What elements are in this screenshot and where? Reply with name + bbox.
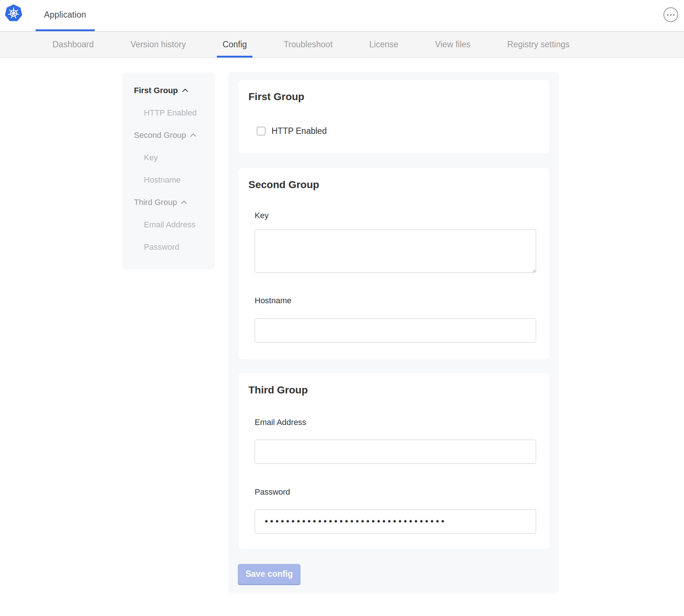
password-field-label: Password xyxy=(255,487,290,497)
sidebar-item-label: Email Address xyxy=(144,220,196,230)
config-group-card-first: First Group HTTP Enabled xyxy=(239,80,549,153)
config-group-card-second: Second Group Key Hostname xyxy=(239,168,549,359)
nav-tab-license[interactable]: License xyxy=(364,32,404,58)
sidebar-item-hostname[interactable]: Hostname xyxy=(122,169,215,191)
http-enabled-checkbox[interactable] xyxy=(257,127,265,135)
nav-tab-troubleshoot[interactable]: Troubleshoot xyxy=(278,32,338,58)
tab-application[interactable]: Application xyxy=(36,0,95,31)
sidebar-group-label: Third Group xyxy=(134,198,177,207)
nav-tab-config[interactable]: Config xyxy=(217,32,252,58)
app-header: Application ••• xyxy=(0,0,684,31)
sidebar-item-http-enabled[interactable]: HTTP Enabled xyxy=(122,102,215,124)
email-address-field-label: Email Address xyxy=(255,418,306,427)
more-menu-button[interactable]: ••• xyxy=(663,7,678,22)
password-input[interactable] xyxy=(255,509,536,534)
group-title-third: Third Group xyxy=(248,384,308,396)
group-title-second: Second Group xyxy=(248,179,319,191)
group-title-first: First Group xyxy=(248,91,304,103)
sidebar-group-first-group[interactable]: First Group xyxy=(122,79,215,102)
kubernetes-logo-icon xyxy=(4,4,23,22)
config-group-card-third: Third Group Email Address Password xyxy=(239,373,549,549)
email-address-input[interactable] xyxy=(255,440,536,464)
sidebar-group-label: Second Group xyxy=(134,131,186,140)
key-textarea[interactable] xyxy=(255,230,536,273)
sidebar-item-label: Key xyxy=(144,153,158,162)
nav-tab-version-history[interactable]: Version history xyxy=(125,32,192,58)
save-config-button[interactable]: Save config xyxy=(238,564,301,584)
http-enabled-checkbox-label: HTTP Enabled xyxy=(272,126,327,136)
hostname-input[interactable] xyxy=(255,318,536,342)
hostname-field-label: Hostname xyxy=(255,296,291,305)
sidebar-item-label: Hostname xyxy=(144,175,181,185)
key-field-label: Key xyxy=(255,211,269,220)
sidebar-group-second-group[interactable]: Second Group xyxy=(122,124,215,146)
sidebar-item-password[interactable]: Password xyxy=(122,236,215,258)
sidebar-item-key[interactable]: Key xyxy=(122,146,215,169)
chevron-up-icon xyxy=(190,133,196,139)
config-page-content: First Group HTTP Enabled Second Group Ke… xyxy=(0,58,684,616)
nav-tab-view-files[interactable]: View files xyxy=(430,32,476,58)
nav-tab-dashboard[interactable]: Dashboard xyxy=(47,32,99,58)
http-enabled-checkbox-row[interactable]: HTTP Enabled xyxy=(257,126,327,136)
ellipsis-icon: ••• xyxy=(666,12,676,18)
chevron-up-icon xyxy=(182,89,188,95)
sidebar-item-label: HTTP Enabled xyxy=(144,108,197,118)
sidebar-item-label: Password xyxy=(144,242,179,252)
sidebar-item-email-address[interactable]: Email Address xyxy=(122,213,215,236)
config-sidebar: First Group HTTP Enabled Second Group Ke… xyxy=(122,72,215,270)
config-form-panel: First Group HTTP Enabled Second Group Ke… xyxy=(228,72,559,594)
app-nav-bar: Dashboard Version history Config Trouble… xyxy=(0,31,684,58)
kots-admin-console: Application ••• Dashboard Version histor… xyxy=(0,0,684,616)
chevron-up-icon xyxy=(181,201,187,206)
sidebar-group-third-group[interactable]: Third Group xyxy=(122,191,215,213)
sidebar-group-label: First Group xyxy=(134,86,178,95)
tab-application-label: Application xyxy=(44,10,86,20)
nav-tab-registry-settings[interactable]: Registry settings xyxy=(502,32,575,58)
